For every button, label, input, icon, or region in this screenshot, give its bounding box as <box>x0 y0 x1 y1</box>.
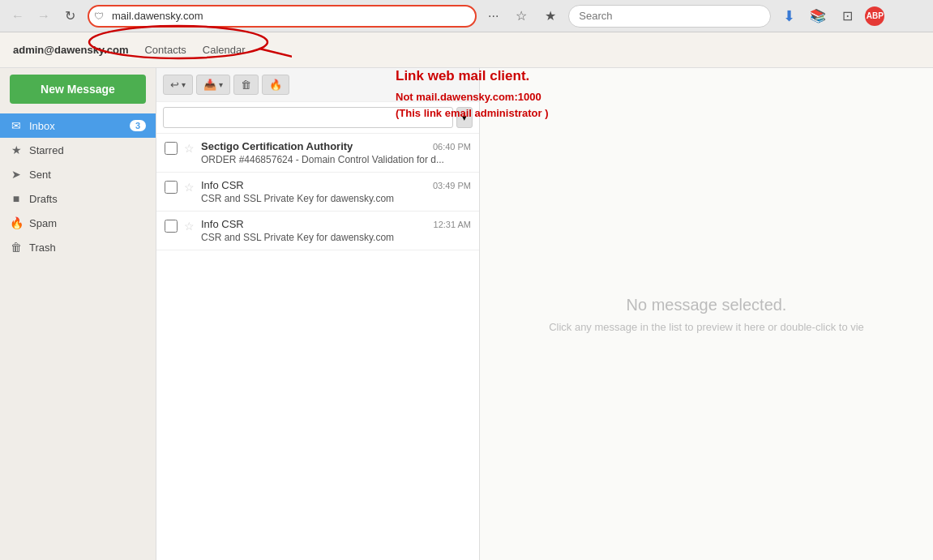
email-search-bar: ▾ <box>156 102 479 134</box>
inbox-badge: 3 <box>130 120 146 131</box>
email-time-3: 12:31 AM <box>434 220 471 229</box>
drafts-icon: ■ <box>10 192 23 205</box>
email-checkbox-1[interactable] <box>165 142 178 155</box>
spam-icon: 🔥 <box>10 216 23 229</box>
sidebar-label-trash: Trash <box>29 242 146 254</box>
email-content-2: Info CSR 03:49 PM CSR and SSL Private Ke… <box>201 179 471 204</box>
email-time-2: 03:49 PM <box>433 181 471 190</box>
sidebar-label-inbox: Inbox <box>29 120 123 132</box>
archive-icon: 📥 <box>203 79 216 91</box>
email-top-1: Sectigo Certification Authority 06:40 PM <box>201 140 471 152</box>
email-sender-2: Info CSR <box>201 179 244 191</box>
search-dropdown-button[interactable]: ▾ <box>456 107 473 128</box>
browser-chrome: ← → ↻ 🛡 ··· ☆ ★ ⬇ 📚 ⊡ ABP <box>0 0 933 32</box>
email-content-1: Sectigo Certification Authority 06:40 PM… <box>201 140 471 165</box>
main-layout: New Message ✉ Inbox 3 ★ Starred ➤ Sent ■… <box>0 68 933 560</box>
spam-filter-icon: 🔥 <box>269 79 282 91</box>
starred-icon: ★ <box>10 143 23 156</box>
email-list: ☆ Sectigo Certification Authority 06:40 … <box>156 134 479 560</box>
sidebar-item-sent[interactable]: ➤ Sent <box>0 162 156 186</box>
email-time-1: 06:40 PM <box>433 142 471 152</box>
address-bar-wrap: 🛡 <box>88 5 477 28</box>
abp-badge: ABP <box>865 6 884 26</box>
email-search-input[interactable] <box>163 107 453 128</box>
email-top-3: Info CSR 12:31 AM <box>201 218 471 230</box>
delete-button[interactable]: 🗑 <box>233 75 259 95</box>
email-star-3[interactable]: ☆ <box>184 220 195 233</box>
table-row[interactable]: ☆ Info CSR 12:31 AM CSR and SSL Private … <box>156 212 479 250</box>
sidebar-label-drafts: Drafts <box>29 193 146 205</box>
shield-icon: 🛡 <box>94 11 104 22</box>
spam-filter-button[interactable]: 🔥 <box>262 75 289 95</box>
address-bar[interactable] <box>88 5 477 28</box>
email-star-2[interactable]: ☆ <box>184 181 195 194</box>
app-header: admin@dawensky.com Contacts Calendar <box>0 32 933 68</box>
browser-search-input[interactable] <box>568 5 771 28</box>
nav-buttons: ← → ↻ <box>6 5 81 28</box>
sidebar-item-starred[interactable]: ★ Starred <box>0 138 156 162</box>
sidebar-item-inbox[interactable]: ✉ Inbox 3 <box>0 113 156 138</box>
sent-icon: ➤ <box>10 168 23 181</box>
refresh-button[interactable]: ↻ <box>58 5 81 28</box>
reply-chevron: ▾ <box>182 80 186 89</box>
email-subject-2: CSR and SSL Private Key for dawensky.com <box>201 193 471 204</box>
email-content-3: Info CSR 12:31 AM CSR and SSL Private Ke… <box>201 218 471 243</box>
delete-icon: 🗑 <box>241 79 251 91</box>
browser-menu-button[interactable]: ··· <box>483 6 503 27</box>
sidebar-item-trash[interactable]: 🗑 Trash <box>0 235 156 259</box>
inbox-icon: ✉ <box>10 119 23 132</box>
user-email: admin@dawensky.com <box>13 44 128 56</box>
sidebar-item-spam[interactable]: 🔥 Spam <box>0 211 156 235</box>
no-message-title: No message selected. <box>627 296 787 314</box>
contacts-link[interactable]: Contacts <box>144 44 186 56</box>
preview-pane: No message selected. Click any message i… <box>480 68 933 560</box>
sidebar-label-spam: Spam <box>29 217 146 229</box>
email-sender-3: Info CSR <box>201 218 244 230</box>
email-star-1[interactable]: ☆ <box>184 142 195 155</box>
table-row[interactable]: ☆ Sectigo Certification Authority 06:40 … <box>156 134 479 173</box>
email-toolbar: ↩ ▾ 📥 ▾ 🗑 🔥 <box>156 68 479 102</box>
email-sender-1: Sectigo Certification Authority <box>201 140 353 152</box>
forward-button[interactable]: → <box>32 5 55 28</box>
reply-icon: ↩ <box>170 79 179 91</box>
download-button[interactable]: ⬇ <box>777 5 800 28</box>
no-message-sub: Click any message in the list to preview… <box>549 321 864 333</box>
reply-button[interactable]: ↩ ▾ <box>163 75 193 95</box>
new-message-button[interactable]: New Message <box>10 75 146 104</box>
calendar-link[interactable]: Calendar <box>203 44 246 56</box>
pocket-icon-button[interactable]: ☆ <box>510 5 533 28</box>
archive-chevron: ▾ <box>219 80 223 89</box>
browser-search-wrap <box>568 5 771 28</box>
email-subject-3: CSR and SSL Private Key for dawensky.com <box>201 232 471 243</box>
sidebar: New Message ✉ Inbox 3 ★ Starred ➤ Sent ■… <box>0 68 156 560</box>
back-button[interactable]: ← <box>6 5 29 28</box>
sidebar-label-starred: Starred <box>29 144 146 156</box>
library-button[interactable]: 📚 <box>807 5 829 28</box>
trash-icon: 🗑 <box>10 241 23 254</box>
email-top-2: Info CSR 03:49 PM <box>201 179 471 191</box>
email-checkbox-2[interactable] <box>165 181 178 194</box>
sidebar-item-drafts[interactable]: ■ Drafts <box>0 186 156 211</box>
sync-button[interactable]: ⊡ <box>836 5 858 28</box>
email-checkbox-3[interactable] <box>165 220 178 233</box>
sidebar-label-sent: Sent <box>29 169 146 181</box>
bookmark-icon-button[interactable]: ★ <box>539 5 562 28</box>
archive-button[interactable]: 📥 ▾ <box>196 75 230 95</box>
email-area: ↩ ▾ 📥 ▾ 🗑 🔥 ▾ ☆ <box>156 68 480 560</box>
table-row[interactable]: ☆ Info CSR 03:49 PM CSR and SSL Private … <box>156 173 479 212</box>
email-subject-1: ORDER #446857624 - Domain Control Valida… <box>201 154 471 165</box>
